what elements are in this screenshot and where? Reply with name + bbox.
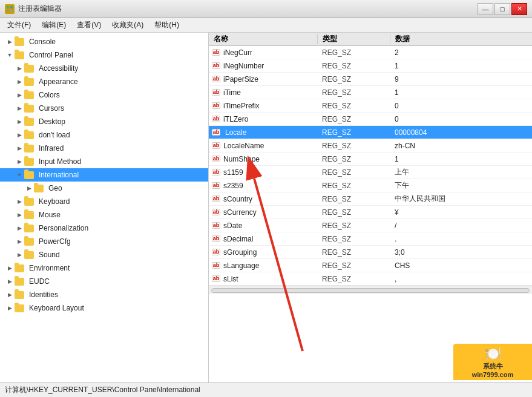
value-type-icon: ab [211, 48, 221, 57]
folder-icon [24, 238, 34, 246]
folder-icon [24, 91, 34, 99]
tree-item[interactable]: ▶Desktop [0, 115, 208, 128]
tree-expander: ▶ [15, 157, 24, 166]
tree-item[interactable]: ▶Input Method [0, 155, 208, 168]
value-type-icon: ab [211, 128, 221, 137]
svg-rect-1 [10, 6, 13, 8]
value-data: , [390, 275, 532, 283]
value-row[interactable]: abs2359REG_SZ下午 [209, 179, 532, 192]
watermark-icon: 🍽️ [485, 346, 501, 362]
watermark-line2: win7999.com [472, 371, 513, 378]
tree-item[interactable]: ▶Cursors [0, 102, 208, 115]
status-bar: 计算机\HKEY_CURRENT_USER\Control Panel\Inte… [0, 382, 532, 397]
tree-item[interactable]: ▶don't load [0, 128, 208, 142]
tree-expander: ▶ [5, 37, 15, 47]
tree-item-label: Personalization [39, 224, 88, 232]
value-data: 0 [390, 115, 532, 123]
tree-item-label: EUDC [29, 277, 50, 286]
value-type-icon: ab [211, 234, 221, 244]
value-row[interactable]: abNumShapeREG_SZ1 [209, 153, 532, 166]
tree-item[interactable]: ▶Mouse [0, 208, 208, 221]
tree-item[interactable]: ▶PowerCfg [0, 235, 208, 248]
value-row[interactable]: absDecimalREG_SZ. [209, 232, 532, 246]
value-row[interactable]: abiTLZeroREG_SZ0 [209, 113, 532, 126]
value-row[interactable]: abiPaperSizeREG_SZ9 [209, 73, 532, 86]
value-data: . [390, 235, 532, 243]
tree-item[interactable]: ▶Personalization [0, 221, 208, 235]
folder-icon [15, 278, 24, 286]
value-name: s1159 [223, 168, 317, 177]
value-name: Locale [223, 128, 317, 137]
tree-expander: ▶ [5, 263, 15, 273]
value-data: / [390, 221, 532, 230]
tree-item-label: Environment [29, 264, 70, 272]
value-row[interactable]: abiTimePrefixREG_SZ0 [209, 99, 532, 113]
tree-item[interactable]: ▶Accessibility [0, 62, 208, 75]
value-name: iTLZero [223, 115, 317, 123]
folder-icon [24, 65, 34, 73]
value-row[interactable]: abiNegCurrREG_SZ2 [209, 46, 532, 59]
value-data: zh-CN [390, 142, 532, 150]
tree-panel[interactable]: ▶Console▼Control Panel▶Accessibility▶App… [0, 33, 209, 382]
value-type-icon: ab [211, 101, 221, 111]
value-type: REG_SZ [317, 48, 390, 57]
value-row[interactable]: absDateREG_SZ/ [209, 219, 532, 232]
value-type: REG_SZ [317, 62, 390, 70]
tree-item[interactable]: ▶Console [0, 35, 208, 48]
value-row[interactable]: abLocaleNameREG_SZzh-CN [209, 139, 532, 153]
main-area: ▶Console▼Control Panel▶Accessibility▶App… [0, 33, 532, 382]
value-row[interactable]: abLocaleREG_SZ00000804 [209, 126, 532, 139]
value-row[interactable]: abs1159REG_SZ上午 [209, 166, 532, 179]
tree-item-label: don't load [39, 131, 70, 139]
menu-item[interactable]: 查看(V) [72, 19, 106, 31]
tree-item[interactable]: ▶Identities [0, 288, 208, 301]
tree-item[interactable]: ▶EUDC [0, 275, 208, 288]
folder-icon [24, 225, 34, 232]
tree-item[interactable]: ▶Keyboard [0, 195, 208, 208]
value-type: REG_SZ [317, 182, 390, 190]
value-data: 0 [390, 102, 532, 110]
tree-item[interactable]: ▶Keyboard Layout [0, 301, 208, 315]
value-row[interactable]: abiNegNumberREG_SZ1 [209, 59, 532, 73]
value-type: REG_SZ [317, 75, 390, 84]
value-row[interactable]: abiTimeREG_SZ1 [209, 86, 532, 99]
tree-item[interactable]: ▶Sound [0, 248, 208, 261]
horizontal-scrollbar[interactable] [209, 286, 532, 294]
menu-item[interactable]: 帮助(H) [149, 19, 184, 31]
tree-expander: ▶ [15, 197, 24, 206]
close-button[interactable]: ✕ [511, 3, 527, 15]
tree-expander: ▶ [15, 117, 24, 126]
value-data: 1 [390, 62, 532, 70]
tree-item[interactable]: ▼International [0, 168, 208, 182]
value-data: 9 [390, 75, 532, 84]
value-row[interactable]: absCurrencyREG_SZ¥ [209, 206, 532, 219]
value-name: sList [223, 275, 317, 283]
menu-item[interactable]: 编辑(E) [37, 19, 71, 31]
value-name: iTimePrefix [223, 102, 317, 110]
value-row[interactable]: absLanguageREG_SZCHS [209, 259, 532, 272]
tree-expander: ▶ [15, 64, 24, 73]
menu-item[interactable]: 收藏夹(A) [107, 19, 148, 31]
svg-rect-2 [7, 10, 9, 12]
tree-item[interactable]: ▶Environment [0, 261, 208, 275]
value-row[interactable]: absGroupingREG_SZ3;0 [209, 246, 532, 259]
tree-item[interactable]: ▼Control Panel [0, 48, 208, 62]
window-controls: — □ ✕ [478, 3, 527, 15]
folder-icon [24, 198, 34, 206]
value-type: REG_SZ [317, 208, 390, 217]
tree-item[interactable]: ▶Infrared [0, 142, 208, 155]
tree-expander: ▶ [15, 237, 24, 246]
tree-item-label: Appearance [39, 77, 78, 86]
value-row[interactable]: absCountryREG_SZ中华人民共和国 [209, 192, 532, 206]
tree-item[interactable]: ▶Geo [0, 182, 208, 195]
col-name-header: 名称 [209, 34, 318, 44]
value-name: NumShape [223, 155, 317, 163]
values-panel[interactable]: 名称 类型 数据 abiNegCurrREG_SZ2abiNegNumberRE… [209, 33, 532, 382]
tree-item[interactable]: ▶Appearance [0, 75, 208, 88]
tree-item[interactable]: ▶Colors [0, 88, 208, 102]
value-name: s2359 [223, 182, 317, 190]
menu-item[interactable]: 文件(F) [2, 19, 36, 31]
value-row[interactable]: absListREG_SZ, [209, 272, 532, 286]
maximize-button[interactable]: □ [494, 3, 510, 15]
minimize-button[interactable]: — [478, 3, 493, 15]
